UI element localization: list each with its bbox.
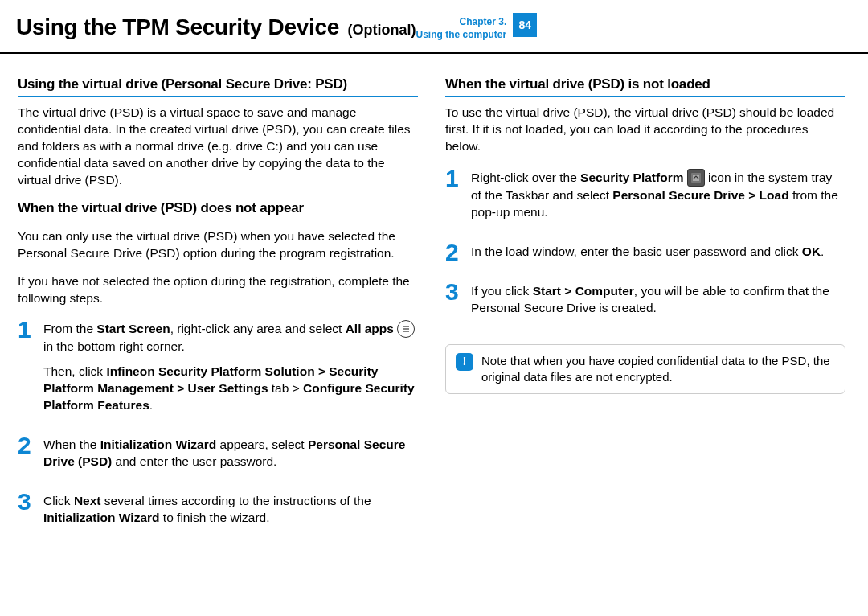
left-step-3: 3 Click Next several times according to … [18, 490, 418, 535]
step-number: 2 [445, 240, 463, 269]
left-step-1: 1 From the Start Screen, right-click any… [18, 318, 418, 422]
left-column: Using the virtual drive (Personal Secure… [18, 70, 418, 546]
step-number: 1 [445, 166, 463, 229]
para-psd-not-loaded: To use the virtual drive (PSD), the virt… [445, 105, 845, 155]
step-body: When the Initialization Wizard appears, … [43, 433, 418, 478]
text-bold: Start > Computer [533, 284, 634, 298]
para-psd-missing-2: If you have not selected the option duri… [18, 273, 418, 307]
step-body: In the load window, enter the basic user… [471, 240, 824, 269]
chapter-number: Chapter 3. [416, 16, 507, 29]
note-box: ! Note that when you have copied confide… [445, 344, 845, 395]
step-number: 2 [18, 433, 35, 478]
text: If you click [471, 284, 533, 298]
all-apps-icon [397, 320, 415, 338]
text: tab > [268, 381, 304, 395]
step-number: 3 [445, 280, 463, 325]
text: and enter the user password. [112, 454, 276, 468]
text-bold: Personal Secure Drive > Load [612, 188, 788, 202]
step-body: Right-click over the Security Platform i… [471, 166, 845, 229]
text: several times according to the instructi… [101, 494, 371, 507]
chapter-name: Using the computer [416, 29, 507, 42]
section-heading-psd-using: Using the virtual drive (Personal Secure… [18, 76, 418, 97]
title-main: Using the TPM Security Device [16, 14, 339, 39]
page-number-badge: 84 [513, 13, 537, 37]
text: Then, click [43, 364, 106, 378]
page-title: Using the TPM Security Device (Optional) [16, 14, 416, 40]
step-body: If you click Start > Computer, you will … [471, 280, 845, 325]
note-text: Note that when you have copied confident… [481, 353, 835, 386]
text-bold: OK [802, 244, 821, 258]
text-bold: Initialization Wizard [43, 511, 160, 524]
text: When the [43, 437, 100, 451]
text: . [149, 398, 153, 412]
left-step-2: 2 When the Initialization Wizard appears… [18, 433, 418, 478]
text: to finish the wizard. [160, 511, 270, 524]
security-platform-icon [687, 169, 705, 187]
text: in the bottom right corner. [43, 339, 185, 353]
para-psd-missing-1: You can only use the virtual drive (PSD)… [18, 228, 418, 262]
step-body: Click Next several times according to th… [43, 490, 418, 535]
chapter-meta: Chapter 3. Using the computer [416, 16, 507, 41]
title-subtitle: (Optional) [348, 22, 416, 38]
note-icon: ! [456, 353, 473, 371]
step-number: 1 [18, 318, 35, 422]
right-column: When the virtual drive (PSD) is not load… [445, 70, 845, 546]
text: Click [43, 494, 74, 507]
section-heading-psd-not-loaded: When the virtual drive (PSD) is not load… [445, 76, 845, 97]
text: From the [43, 322, 96, 336]
step-body: From the Start Screen, right-click any a… [43, 318, 418, 422]
text-bold: Start Screen [96, 322, 170, 336]
text: . [821, 244, 824, 258]
text-bold: Initialization Wizard [100, 437, 217, 451]
page-header: Using the TPM Security Device (Optional)… [0, 0, 868, 54]
text-bold: All apps [346, 322, 394, 336]
right-step-1: 1 Right-click over the Security Platform… [445, 166, 845, 229]
right-step-3: 3 If you click Start > Computer, you wil… [445, 280, 845, 325]
right-step-2: 2 In the load window, enter the basic us… [445, 240, 845, 269]
text-bold: Security Platform [580, 170, 683, 184]
text-bold: Next [74, 494, 101, 507]
text: In the load window, enter the basic user… [471, 244, 802, 258]
text: Right-click over the [471, 170, 580, 184]
para-psd-intro: The virtual drive (PSD) is a virtual spa… [18, 105, 418, 189]
content-columns: Using the virtual drive (Personal Secure… [0, 54, 868, 562]
section-heading-psd-missing: When the virtual drive (PSD) does not ap… [18, 200, 418, 220]
text: , right-click any area and select [170, 322, 346, 336]
step-number: 3 [18, 490, 35, 535]
text: appears, select [216, 437, 308, 451]
